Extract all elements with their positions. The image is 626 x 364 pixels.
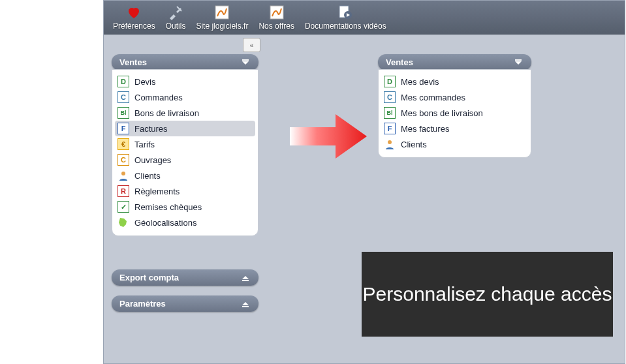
sidebar-item-remises-cheques[interactable]: ✓ Remises chèques: [115, 199, 255, 215]
row-label: Remises chèques: [134, 202, 202, 212]
sidebar-item-mes-commandes[interactable]: C Mes commandes: [381, 89, 528, 105]
panel-parametres: Paramètres: [112, 296, 258, 312]
collapse-down-icon: [513, 57, 524, 68]
sidebar-item-clients-right[interactable]: Clients: [381, 136, 528, 152]
toolbar-preferences[interactable]: Préférences: [108, 3, 161, 32]
panel-title: Paramètres: [119, 299, 166, 309]
sidebar-item-mes-devis[interactable]: D Mes devis: [381, 74, 528, 89]
sidebar-item-clients[interactable]: Clients: [115, 168, 255, 183]
map-france-icon: [117, 217, 129, 228]
euro-icon: €: [117, 138, 129, 150]
toolbar-label: Site jlogiciels.fr: [196, 22, 248, 31]
panel-title: Ventes: [386, 57, 413, 67]
svg-rect-8: [515, 59, 522, 61]
doc-c2-icon: C: [117, 154, 129, 166]
toolbar-offers[interactable]: Nos offres: [253, 3, 299, 32]
row-label: Commandes: [134, 93, 183, 102]
row-label: Règlements: [134, 187, 180, 196]
panel-head-ventes[interactable]: Ventes: [112, 54, 258, 70]
transform-arrow-icon: [290, 110, 368, 162]
panel-body-ventes-right: D Mes devis C Mes commandes Bl Mes bons …: [378, 69, 531, 158]
sidebar-item-bons-livraison[interactable]: Bl Bons de livraison: [115, 105, 255, 121]
toolbar-docs-video[interactable]: Documentations vidéos: [300, 3, 392, 32]
panel-head-parametres[interactable]: Paramètres: [112, 296, 258, 312]
doc-c-icon: C: [384, 91, 396, 103]
toolbar-label: Outils: [166, 22, 186, 31]
doc-d-icon: D: [384, 76, 396, 87]
toolbar-label: Nos offres: [258, 22, 294, 31]
doc-bl-icon: Bl: [384, 107, 396, 119]
doc-bl-icon: Bl: [117, 107, 129, 119]
person-icon: [384, 138, 396, 150]
sidebar-item-reglements[interactable]: R Règlements: [115, 183, 255, 199]
panel-ventes-left: Ventes D Devis C Commandes Bl Bons de li…: [112, 54, 258, 236]
row-label: Devis: [134, 77, 156, 87]
site-icon: [214, 5, 230, 20]
doc-c-icon: C: [117, 91, 129, 103]
app-window: Préférences Outils Site jlogiciels.fr No…: [103, 0, 625, 364]
row-label: Clients: [134, 171, 161, 181]
caption-text: Personnalisez chaque accès: [363, 283, 612, 306]
expand-up-icon: [240, 299, 251, 309]
panel-head-ventes-right[interactable]: Ventes: [378, 54, 531, 70]
row-label: Tarifs: [134, 140, 155, 149]
panel-title: Ventes: [119, 57, 147, 67]
panel-body-ventes: D Devis C Commandes Bl Bons de livraison…: [112, 69, 258, 236]
row-label: Ouvrages: [134, 155, 171, 165]
row-label: Mes factures: [401, 124, 449, 134]
panel-title: Export compta: [119, 273, 179, 282]
row-label: Géolocalisations: [134, 218, 196, 228]
panel-export-compta: Export compta: [112, 269, 258, 286]
doc-r-icon: R: [117, 185, 129, 197]
chevron-left-double-icon: «: [250, 42, 254, 49]
row-label: Mes commandes: [401, 93, 465, 102]
svg-rect-4: [242, 59, 249, 61]
svg-point-5: [121, 172, 125, 175]
row-label: Bons de livraison: [134, 108, 199, 118]
row-label: Factures: [134, 124, 168, 134]
tools-icon: [168, 5, 183, 20]
collapse-down-icon: [240, 57, 251, 68]
video-doc-icon: [337, 5, 353, 20]
sidebar-item-mes-bons-livraison[interactable]: Bl Mes bons de livraison: [381, 105, 528, 121]
sidebar-item-commandes[interactable]: C Commandes: [115, 89, 255, 105]
person-icon: [117, 170, 129, 181]
sidebar-item-tarifs[interactable]: € Tarifs: [115, 136, 255, 152]
sidebar-collapse-button[interactable]: «: [243, 38, 260, 52]
expand-up-icon: [240, 273, 251, 283]
heart-icon: [126, 5, 142, 20]
sidebar-item-geolocalisations[interactable]: Géolocalisations: [115, 215, 255, 230]
sidebar-item-mes-factures[interactable]: F Mes factures: [381, 121, 528, 136]
doc-d-icon: D: [117, 76, 129, 87]
sidebar-item-devis[interactable]: D Devis: [115, 74, 255, 89]
svg-rect-6: [242, 280, 249, 281]
svg-point-9: [388, 140, 392, 144]
panel-ventes-right: Ventes D Mes devis C Mes commandes Bl Me…: [378, 54, 531, 158]
toolbar-site[interactable]: Site jlogiciels.fr: [191, 3, 253, 32]
caption-box: Personnalisez chaque accès: [362, 252, 613, 337]
row-label: Clients: [401, 140, 427, 149]
doc-check-icon: ✓: [117, 201, 129, 213]
sidebar-item-ouvrages[interactable]: C Ouvrages: [115, 152, 255, 168]
row-label: Mes bons de livraison: [401, 108, 483, 118]
toolbar-label: Documentations vidéos: [305, 22, 386, 31]
panel-head-export[interactable]: Export compta: [112, 269, 258, 286]
svg-rect-7: [242, 306, 249, 307]
toolbar-label: Préférences: [113, 22, 155, 31]
toolbar-tools[interactable]: Outils: [161, 3, 191, 32]
sidebar-item-factures[interactable]: F Factures: [115, 121, 255, 136]
offers-icon: [269, 5, 285, 20]
doc-f-icon: F: [384, 123, 396, 134]
doc-f-icon: F: [117, 123, 129, 134]
main-toolbar: Préférences Outils Site jlogiciels.fr No…: [104, 1, 625, 35]
row-label: Mes devis: [401, 77, 439, 87]
